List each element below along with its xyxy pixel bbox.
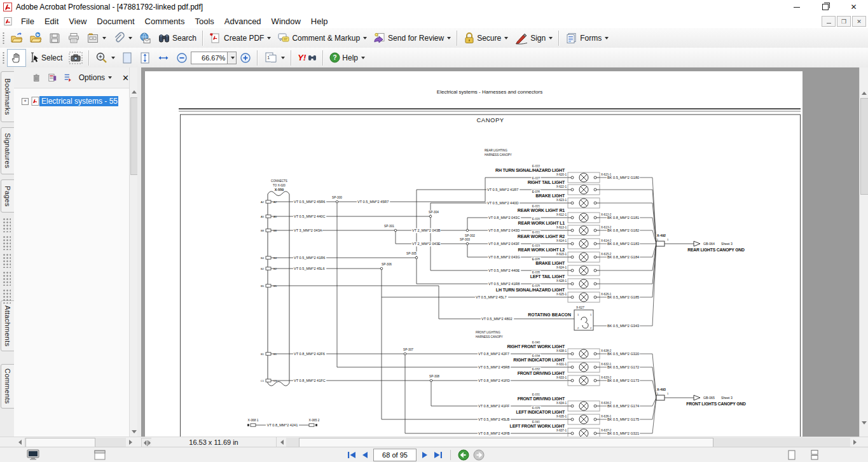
bookmarks-options-button[interactable]: Options [79, 73, 112, 82]
menu-file[interactable]: File [16, 14, 39, 28]
close-button[interactable]: ✕ [839, 0, 868, 14]
secure-caret[interactable] [504, 37, 508, 39]
sign-label: Sign [530, 34, 546, 43]
zoom-in-button[interactable] [237, 49, 254, 67]
zoom-out-button[interactable] [173, 49, 191, 67]
mdi-close-button[interactable]: ✕ [852, 16, 866, 27]
panel-scroll-left-button[interactable] [15, 438, 24, 447]
organizer-open-button[interactable] [26, 29, 45, 47]
docked-panel-gripper[interactable] [3, 289, 11, 304]
menu-comments[interactable]: Comments [140, 14, 190, 28]
mdi-restore-button[interactable]: ❐ [837, 16, 851, 27]
secure-button[interactable]: Secure [460, 29, 511, 47]
pdf-page-canvas[interactable]: Electrical systems - Harnesses and conne… [141, 67, 859, 437]
organizer-dropdown-caret[interactable] [102, 37, 106, 39]
menu-document[interactable]: Document [92, 14, 139, 28]
page-display-button[interactable]: 1 [261, 49, 288, 67]
yahoo-search-button[interactable]: Y! [294, 49, 320, 67]
create-pdf-button[interactable]: Create PDF [206, 29, 274, 47]
bookmark-item[interactable]: + Electrical systems - 55 [22, 96, 129, 106]
nav-tab-comments[interactable]: Comments [1, 364, 15, 409]
email-button[interactable] [135, 29, 155, 47]
send-review-caret[interactable] [447, 37, 451, 39]
mdi-minimize-button[interactable] [822, 16, 836, 27]
minimize-button[interactable] [782, 0, 811, 14]
print-button[interactable] [64, 29, 83, 47]
bookmark-expand-plus[interactable]: + [22, 98, 29, 105]
send-review-button[interactable]: Send for Review [370, 29, 454, 47]
menu-help[interactable]: Help [306, 14, 333, 28]
help-button[interactable]: ? Help [326, 49, 368, 67]
fit-width-button[interactable] [154, 49, 173, 67]
save-button[interactable] [45, 29, 64, 47]
organizer-button[interactable] [83, 29, 109, 47]
panel-scroll-right-button[interactable] [126, 438, 135, 447]
single-page-layout-icon[interactable] [787, 450, 796, 460]
next-page-button[interactable] [420, 451, 429, 459]
doc-vscroll-thumb[interactable] [860, 98, 868, 195]
toolbar-separator [291, 50, 292, 66]
search-button[interactable]: Search [155, 29, 200, 47]
attach-button[interactable] [109, 29, 135, 47]
bookmarks-close-icon[interactable]: ✕ [122, 73, 129, 83]
toolbar-gripper[interactable] [2, 51, 5, 65]
last-page-button[interactable] [433, 451, 443, 459]
nav-tab-signatures[interactable]: Signatures [1, 127, 15, 174]
menu-tools[interactable]: Tools [189, 14, 219, 28]
doc-scroll-left-button[interactable] [277, 438, 286, 447]
comment-markup-caret[interactable] [363, 37, 367, 39]
comment-markup-button[interactable]: Comment & Markup [274, 29, 370, 47]
doc-scroll-down-button[interactable] [860, 419, 868, 427]
previous-view-button[interactable] [458, 449, 469, 461]
previous-page-button[interactable] [361, 451, 369, 459]
nav-tab-pages[interactable]: Pages [1, 179, 15, 213]
menu-window[interactable]: Window [266, 14, 306, 28]
menu-edit[interactable]: Edit [39, 14, 64, 28]
sign-button[interactable]: Sign [511, 29, 556, 47]
page-display-caret[interactable] [281, 57, 285, 59]
next-view-button[interactable] [473, 449, 485, 461]
select-tool-button[interactable]: Select [26, 49, 65, 67]
fit-height-button[interactable] [136, 49, 154, 67]
forms-caret[interactable] [605, 37, 609, 39]
continuous-layout-icon[interactable] [810, 450, 819, 460]
window-split-icon[interactable] [94, 450, 106, 460]
menu-advanced[interactable]: Advanced [219, 14, 266, 28]
docked-panel-gripper[interactable] [3, 271, 11, 286]
attach-dropdown-caret[interactable] [128, 37, 132, 39]
restore-button[interactable] [811, 0, 839, 14]
forms-button[interactable]: Forms [562, 29, 612, 47]
highlight-bookmark-icon[interactable] [48, 73, 57, 83]
sign-caret[interactable] [549, 37, 553, 39]
open-button[interactable] [7, 29, 26, 47]
svg-text:VT 0.8_MM^2 043C: VT 0.8_MM^2 043C [488, 216, 520, 220]
doc-scroll-right-button[interactable] [850, 438, 859, 447]
doc-scroll-up-button[interactable] [860, 89, 868, 97]
nav-tab-bookmarks[interactable]: Bookmarks [1, 71, 15, 122]
docked-panel-gripper[interactable] [3, 218, 11, 232]
zoom-tool-button[interactable] [92, 49, 118, 67]
toolbar-gripper[interactable] [2, 31, 5, 45]
bookmark-label[interactable]: Electrical systems - 55 [39, 96, 118, 106]
panel-vscrollbar[interactable] [129, 67, 138, 437]
document-area[interactable]: Electrical systems - Harnesses and conne… [141, 67, 859, 437]
snapshot-tool-button[interactable] [65, 49, 86, 67]
zoom-level-caret[interactable] [228, 52, 237, 64]
help-caret[interactable] [361, 57, 365, 59]
create-pdf-caret[interactable] [267, 37, 271, 39]
page-number-field[interactable] [373, 449, 417, 461]
zoom-level-field[interactable]: 66.67% [191, 52, 228, 64]
expand-bookmark-icon[interactable] [63, 73, 72, 83]
doc-vscrollbar[interactable] [859, 67, 868, 437]
zoom-tool-caret[interactable] [111, 57, 115, 59]
toolbar-separator [558, 31, 560, 46]
first-page-button[interactable] [347, 451, 357, 459]
nav-tab-attachments[interactable]: Attachments [1, 300, 15, 351]
docked-panel-gripper[interactable] [3, 235, 11, 250]
reading-mode-icon[interactable] [27, 449, 39, 461]
menu-view[interactable]: View [64, 14, 92, 28]
hand-tool-button[interactable] [7, 49, 26, 67]
fit-page-button[interactable] [118, 49, 136, 67]
delete-bookmark-icon[interactable] [32, 73, 41, 83]
docked-panel-gripper[interactable] [3, 253, 11, 268]
